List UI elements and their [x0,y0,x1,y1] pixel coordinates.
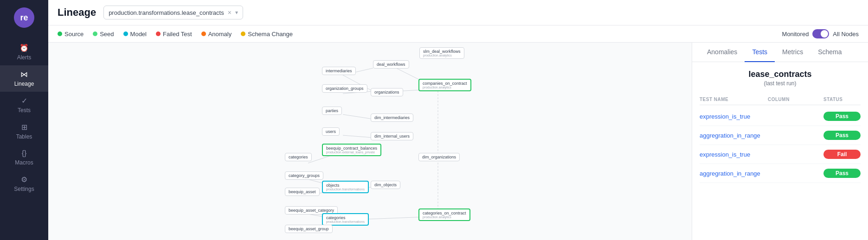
node-slm-deal-workflows[interactable]: slm_deal_workflowsproduction.analytics [419,47,464,59]
node-intermediaries[interactable]: intermediaries [322,67,356,75]
sidebar-item-macros-label: Macros [15,159,33,166]
legend-model-label: Model [130,31,147,38]
node-dim-organizations[interactable]: dim_organizations [418,153,460,161]
col-status: STATUS [823,97,861,102]
test-name-link[interactable]: aggregration_in_range [700,170,768,177]
sidebar-item-settings-label: Settings [14,186,34,192]
tab-schema[interactable]: Schema [810,43,849,62]
all-nodes-label: All Nodes [833,31,859,38]
legend-schema-change: Schema Change [241,31,293,38]
node-dim-objects[interactable]: dim_objects [371,181,400,189]
legend-failed-test: Failed Test [156,31,192,38]
sidebar-item-settings[interactable]: ⚙ Settings [0,171,48,197]
legend-seed-label: Seed [100,31,114,38]
test-name-link[interactable]: aggregration_in_range [700,132,768,139]
header: Lineage production.transformations.lease… [48,0,868,25]
chevron-down-icon[interactable]: ▾ [235,9,238,16]
node-beequip-asset[interactable]: beequip_asset [285,188,320,196]
node-users[interactable]: users [322,127,340,136]
body-area: slm_deal_workflowsproduction.analytics d… [48,43,868,240]
monitored-toggle[interactable] [812,29,829,38]
node-objects[interactable]: objectsproduction.transformations [322,181,369,193]
legend-model: Model [123,31,147,38]
test-row: expression_is_true Pass [700,107,861,126]
tables-icon: ⊞ [21,123,27,132]
tab-tests[interactable]: Tests [745,43,775,62]
panel-tabs: Anomalies Tests Metrics Schema [692,43,868,62]
node-deal-workflows[interactable]: deal_workflows [373,60,409,69]
sidebar-item-tables-label: Tables [16,133,32,140]
node-dim-intermediaries[interactable]: dim_intermediaries [371,114,413,122]
node-beequip-asset-group[interactable]: beequip_asset_group [285,225,333,233]
test-name-link[interactable]: expression_is_true [700,151,768,158]
node-beequip-contract-balances[interactable]: beequip_contract_balancesproduction.exte… [322,144,381,156]
node-categories-on-contract[interactable]: categories_on_contractproduction.analyti… [418,208,470,221]
col-test-name: TEST NAME [700,97,768,102]
main-content: Lineage production.transformations.lease… [48,0,868,240]
tab-metrics[interactable]: Metrics [775,43,810,62]
source-dot [58,32,62,36]
tests-icon: ✓ [21,96,27,105]
tab-anomalies[interactable]: Anomalies [700,43,745,62]
panel-node-title: lease_contracts [700,69,861,79]
sidebar-item-alerts[interactable]: ⏰ Alerts [0,39,48,65]
node-category-groups[interactable]: category_groups [285,171,323,180]
test-row: aggregration_in_range Pass [700,126,861,145]
node-parties[interactable]: parties [322,107,342,115]
graph-area[interactable]: slm_deal_workflowsproduction.analytics d… [48,43,692,240]
node-companies-on-contract[interactable]: companies_on_contractproduction.analytic… [418,79,471,91]
tests-table-header: TEST NAME COLUMN STATUS [700,94,861,105]
legend-bar: Source Seed Model Failed Test Anomaly Sc… [48,25,868,43]
sidebar-item-lineage-label: Lineage [14,81,34,87]
panel-content: lease_contracts (last test run) TEST NAM… [692,62,868,240]
sidebar-item-tests[interactable]: ✓ Tests [0,92,48,118]
status-badge: Fail [823,150,861,159]
lineage-icon: ⋈ [20,70,28,79]
status-badge: Pass [823,131,861,140]
search-bar[interactable]: production.transformations.lease_contrac… [103,6,243,19]
tests-list: expression_is_true Pass aggregration_in_… [700,107,861,183]
node-categories-left[interactable]: categories [285,153,312,161]
right-panel: Anomalies Tests Metrics Schema lease_con… [692,43,868,240]
app-logo: re [14,7,34,28]
page-title: Lineage [58,6,96,19]
graph-canvas: slm_deal_workflowsproduction.analytics d… [48,43,692,240]
schema-change-dot [241,32,245,36]
node-categories-transform[interactable]: categoriesproduction.transformations [322,213,369,226]
status-badge: Pass [823,169,861,178]
macros-icon: {} [22,149,27,158]
sidebar-item-tests-label: Tests [18,107,31,114]
node-dim-internal-users[interactable]: dim_internal_users [371,132,413,140]
legend-anomaly: Anomaly [201,31,232,38]
close-icon[interactable]: × [228,9,231,16]
status-badge: Pass [823,112,861,121]
legend-seed: Seed [93,31,114,38]
node-organizations[interactable]: organizations [371,88,403,96]
svg-line-5 [343,114,373,119]
model-dot [123,32,128,36]
test-row: aggregration_in_range Pass [700,164,861,183]
search-value: production.transformations.lease_contrac… [109,9,224,16]
sidebar-item-macros[interactable]: {} Macros [0,145,48,171]
legend-source-label: Source [64,31,84,38]
test-name-link[interactable]: expression_is_true [700,113,768,120]
node-organization-groups[interactable]: organization_groups [322,84,367,93]
test-row: expression_is_true Fail [700,145,861,164]
sidebar-item-lineage[interactable]: ⋈ Lineage [0,65,48,92]
sidebar-item-alerts-label: Alerts [17,54,32,61]
panel-subtitle: (last test run) [700,80,861,87]
anomaly-dot [201,32,206,36]
sidebar-item-tables[interactable]: ⊞ Tables [0,118,48,145]
svg-line-6 [343,135,373,138]
legend-anomaly-label: Anomaly [208,31,232,38]
legend-failed-test-label: Failed Test [163,31,192,38]
legend-source: Source [58,31,84,38]
legend-schema-change-label: Schema Change [248,31,293,38]
sidebar: re ⏰ Alerts ⋈ Lineage ✓ Tests ⊞ Tables {… [0,0,48,240]
monitored-section: Monitored All Nodes [782,29,859,38]
seed-dot [93,32,97,36]
col-column: COLUMN [768,97,823,102]
monitored-label: Monitored [782,31,809,38]
alerts-icon: ⏰ [19,44,29,52]
graph-lines [48,43,692,240]
